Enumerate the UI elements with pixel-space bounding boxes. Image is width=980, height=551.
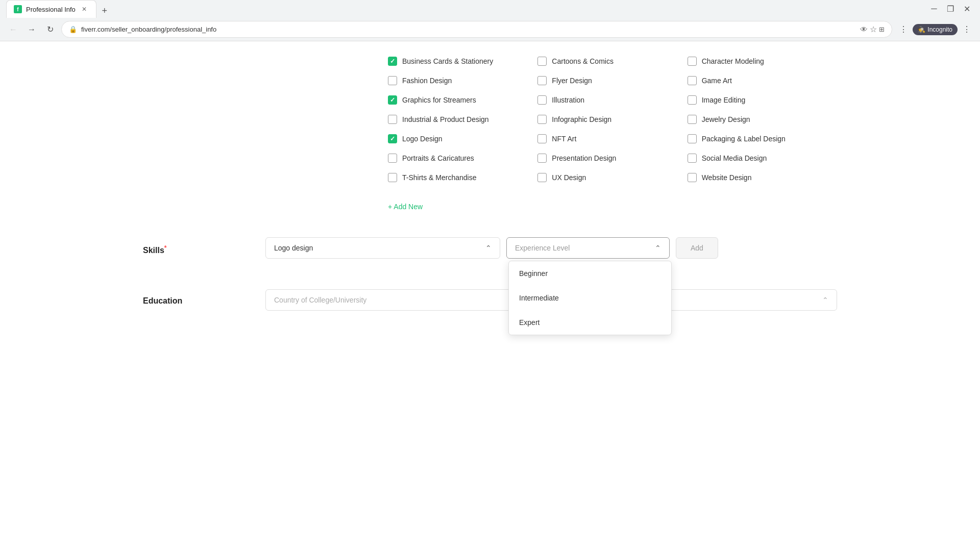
eye-slash-icon[interactable]: 👁: [860, 25, 868, 34]
checkbox-box-11[interactable]: [688, 115, 697, 124]
checkbox-label-5: Game Art: [702, 77, 732, 85]
skills-controls: Logo design ⌃ Experience Level ⌃ Add Beg…: [265, 237, 837, 259]
checkbox-label-20: Website Design: [702, 173, 752, 182]
checkbox-item-0[interactable]: Business Cards & Stationery: [388, 52, 537, 71]
checkbox-label-12: Logo Design: [402, 135, 443, 143]
checkbox-box-19[interactable]: [537, 173, 547, 182]
back-button[interactable]: ←: [6, 22, 20, 37]
checkbox-item-2[interactable]: Character Modeling: [688, 52, 837, 71]
education-section: Education Country of College/University …: [143, 279, 837, 321]
checkbox-item-7[interactable]: Illustration: [537, 90, 687, 110]
checkbox-box-6[interactable]: [388, 95, 397, 105]
checkbox-box-15[interactable]: [388, 154, 397, 163]
skills-checkbox-grid: Business Cards & StationeryCartoons & Co…: [143, 41, 837, 192]
checkbox-box-1[interactable]: [537, 57, 547, 66]
checkbox-box-12[interactable]: [388, 134, 397, 143]
skill-select-dropdown[interactable]: Logo design ⌃: [265, 237, 500, 259]
url-text: fiverr.com/seller_onboarding/professiona…: [81, 26, 856, 33]
checkbox-label-14: Packaging & Label Design: [702, 135, 786, 143]
lock-icon: 🔒: [69, 26, 77, 33]
checkbox-label-19: UX Design: [552, 173, 586, 182]
checkbox-item-16[interactable]: Presentation Design: [537, 148, 687, 168]
checkbox-item-1[interactable]: Cartoons & Comics: [537, 52, 687, 71]
checkbox-box-4[interactable]: [537, 76, 547, 85]
tab-close-button[interactable]: ✕: [80, 5, 89, 14]
checkbox-box-5[interactable]: [688, 76, 697, 85]
education-label: Education: [143, 289, 255, 306]
dropdown-option-beginner[interactable]: Beginner: [509, 261, 671, 286]
checkbox-item-14[interactable]: Packaging & Label Design: [688, 129, 837, 148]
checkbox-box-10[interactable]: [537, 115, 547, 124]
dropdown-option-expert[interactable]: Expert: [509, 310, 671, 335]
skills-label: Skills*: [143, 237, 255, 255]
star-icon[interactable]: ☆: [870, 24, 877, 34]
checkbox-item-13[interactable]: NFT Art: [537, 129, 687, 148]
country-select-dropdown[interactable]: Country of College/University ⌃: [265, 289, 548, 311]
checkbox-box-0[interactable]: [388, 57, 397, 66]
checkbox-item-11[interactable]: Jewelry Design: [688, 110, 837, 129]
checkbox-box-17[interactable]: [688, 154, 697, 163]
add-skill-button[interactable]: Add: [676, 237, 718, 259]
checkbox-box-13[interactable]: [537, 134, 547, 143]
incognito-icon: 🕵: [918, 26, 925, 33]
checkbox-label-16: Presentation Design: [552, 154, 616, 162]
checkbox-label-7: Illustration: [552, 96, 584, 104]
checkbox-item-19[interactable]: UX Design: [537, 168, 687, 187]
add-new-button[interactable]: + Add New: [388, 196, 423, 217]
level-chevron-up-icon: ⌃: [655, 244, 661, 252]
address-bar[interactable]: 🔒 fiverr.com/seller_onboarding/professio…: [61, 21, 892, 38]
checkbox-item-9[interactable]: Industrial & Product Design: [388, 110, 537, 129]
tab-bar: f Professional Info ✕ + ─ ❐ ✕: [0, 0, 980, 18]
checkbox-label-15: Portraits & Caricatures: [402, 154, 474, 162]
level-placeholder-text: Experience Level: [515, 244, 570, 252]
checkbox-item-6[interactable]: Graphics for Streamers: [388, 90, 537, 110]
tab-title: Professional Info: [26, 6, 76, 13]
checkbox-box-18[interactable]: [388, 173, 397, 182]
checkbox-label-3: Fashion Design: [402, 77, 452, 85]
checkbox-label-8: Image Editing: [702, 96, 746, 104]
new-tab-button[interactable]: +: [97, 4, 112, 18]
checkbox-item-8[interactable]: Image Editing: [688, 90, 837, 110]
skill-value-text: Logo design: [274, 244, 313, 252]
checkbox-item-5[interactable]: Game Art: [688, 71, 837, 90]
checkbox-item-17[interactable]: Social Media Design: [688, 148, 837, 168]
checkbox-box-16[interactable]: [537, 154, 547, 163]
profile-icon[interactable]: ⊞: [879, 26, 885, 33]
close-window-button[interactable]: ✕: [960, 2, 974, 16]
checkbox-label-10: Infographic Design: [552, 115, 611, 123]
checkbox-box-7[interactable]: [537, 95, 547, 105]
checkbox-item-15[interactable]: Portraits & Caricatures: [388, 148, 537, 168]
checkbox-box-14[interactable]: [688, 134, 697, 143]
checkbox-box-3[interactable]: [388, 76, 397, 85]
skill-chevron-down-icon: ⌃: [485, 244, 492, 252]
checkbox-item-10[interactable]: Infographic Design: [537, 110, 687, 129]
checkbox-label-18: T-Shirts & Merchandise: [402, 173, 477, 182]
experience-level-dropdown[interactable]: Experience Level ⌃: [506, 237, 670, 259]
experience-level-dropdown-menu: Beginner Intermediate Expert: [508, 261, 672, 335]
minimize-button[interactable]: ─: [927, 2, 941, 16]
checkbox-item-20[interactable]: Website Design: [688, 168, 837, 187]
checkbox-box-2[interactable]: [688, 57, 697, 66]
menu-button[interactable]: ⋮: [960, 22, 974, 37]
maximize-button[interactable]: ❐: [943, 2, 958, 16]
forward-button[interactable]: →: [24, 22, 39, 37]
checkbox-item-3[interactable]: Fashion Design: [388, 71, 537, 90]
checkbox-item-12[interactable]: Logo Design: [388, 129, 537, 148]
browser-actions: ⋮ 🕵 Incognito ⋮: [896, 22, 974, 37]
checkbox-label-0: Business Cards & Stationery: [402, 57, 493, 65]
checkbox-box-20[interactable]: [688, 173, 697, 182]
reload-button[interactable]: ↻: [43, 22, 57, 37]
university-chevron-down-icon: ⌃: [822, 296, 828, 304]
browser-tab[interactable]: f Professional Info ✕: [6, 0, 96, 18]
checkbox-label-4: Flyer Design: [552, 77, 592, 85]
checkbox-box-8[interactable]: [688, 95, 697, 105]
checkbox-label-2: Character Modeling: [702, 57, 764, 65]
checkbox-item-4[interactable]: Flyer Design: [537, 71, 687, 90]
incognito-badge: 🕵 Incognito: [913, 24, 958, 35]
checkbox-label-1: Cartoons & Comics: [552, 57, 614, 65]
checkbox-box-9[interactable]: [388, 115, 397, 124]
extensions-button[interactable]: ⋮: [896, 22, 911, 37]
checkbox-label-13: NFT Art: [552, 135, 576, 143]
checkbox-item-18[interactable]: T-Shirts & Merchandise: [388, 168, 537, 187]
dropdown-option-intermediate[interactable]: Intermediate: [509, 286, 671, 310]
